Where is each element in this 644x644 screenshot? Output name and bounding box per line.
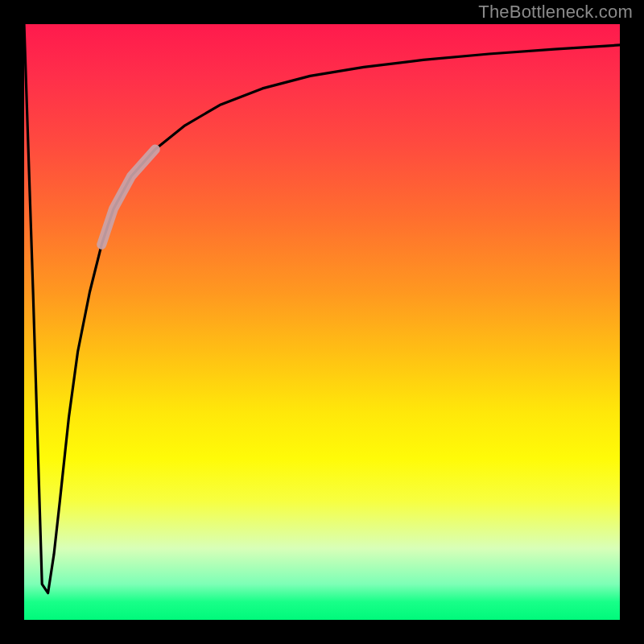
plot-area <box>24 24 620 620</box>
highlight-segment-path <box>101 149 155 244</box>
curve-svg <box>24 24 620 620</box>
chart-frame: TheBottleneck.com <box>0 0 644 644</box>
bottleneck-curve-path <box>24 24 620 593</box>
attribution-text: TheBottleneck.com <box>478 2 633 23</box>
